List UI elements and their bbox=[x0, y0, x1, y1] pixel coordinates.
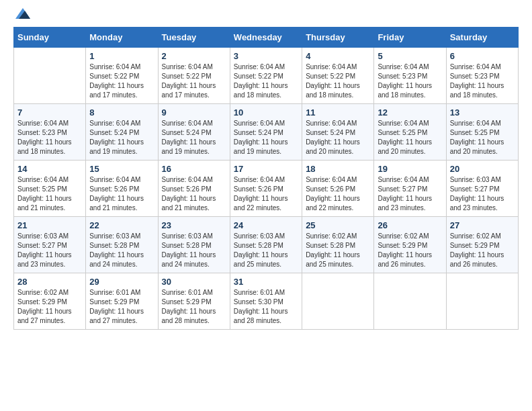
day-cell: 12Sunrise: 6:04 AM Sunset: 5:25 PM Dayli… bbox=[374, 104, 446, 161]
day-number: 26 bbox=[378, 220, 442, 230]
day-cell bbox=[446, 273, 518, 330]
day-info: Sunrise: 6:02 AM Sunset: 5:29 PM Dayligh… bbox=[450, 232, 515, 269]
day-cell: 24Sunrise: 6:03 AM Sunset: 5:28 PM Dayli… bbox=[230, 217, 302, 273]
day-cell: 31Sunrise: 6:01 AM Sunset: 5:30 PM Dayli… bbox=[230, 273, 302, 330]
day-info: Sunrise: 6:04 AM Sunset: 5:23 PM Dayligh… bbox=[450, 62, 515, 100]
day-info: Sunrise: 6:03 AM Sunset: 5:28 PM Dayligh… bbox=[89, 232, 154, 269]
day-number: 4 bbox=[306, 51, 370, 61]
day-number: 1 bbox=[89, 51, 154, 61]
day-cell: 17Sunrise: 6:04 AM Sunset: 5:26 PM Dayli… bbox=[230, 161, 302, 217]
day-cell: 19Sunrise: 6:04 AM Sunset: 5:27 PM Dayli… bbox=[374, 161, 446, 217]
day-info: Sunrise: 6:04 AM Sunset: 5:27 PM Dayligh… bbox=[378, 175, 442, 213]
week-row-1: 1Sunrise: 6:04 AM Sunset: 5:22 PM Daylig… bbox=[14, 48, 519, 104]
day-number: 29 bbox=[89, 277, 154, 287]
day-info: Sunrise: 6:04 AM Sunset: 5:24 PM Dayligh… bbox=[306, 119, 370, 156]
logo bbox=[13, 13, 30, 20]
day-cell: 4Sunrise: 6:04 AM Sunset: 5:22 PM Daylig… bbox=[302, 48, 374, 104]
day-cell: 1Sunrise: 6:04 AM Sunset: 5:22 PM Daylig… bbox=[86, 48, 158, 104]
day-number: 2 bbox=[162, 51, 226, 61]
day-cell: 22Sunrise: 6:03 AM Sunset: 5:28 PM Dayli… bbox=[86, 217, 158, 273]
day-cell: 27Sunrise: 6:02 AM Sunset: 5:29 PM Dayli… bbox=[446, 217, 518, 273]
day-number: 7 bbox=[17, 107, 82, 118]
day-number: 19 bbox=[378, 164, 442, 174]
day-info: Sunrise: 6:01 AM Sunset: 5:29 PM Dayligh… bbox=[89, 288, 154, 326]
day-info: Sunrise: 6:04 AM Sunset: 5:22 PM Dayligh… bbox=[234, 62, 298, 100]
week-row-2: 7Sunrise: 6:04 AM Sunset: 5:23 PM Daylig… bbox=[14, 104, 519, 161]
day-info: Sunrise: 6:04 AM Sunset: 5:26 PM Dayligh… bbox=[234, 175, 298, 213]
day-info: Sunrise: 6:01 AM Sunset: 5:29 PM Dayligh… bbox=[162, 288, 226, 326]
day-info: Sunrise: 6:04 AM Sunset: 5:23 PM Dayligh… bbox=[17, 119, 82, 156]
day-info: Sunrise: 6:03 AM Sunset: 5:27 PM Dayligh… bbox=[450, 175, 515, 213]
header-cell-thursday: Thursday bbox=[302, 28, 374, 48]
day-number: 30 bbox=[162, 277, 226, 287]
day-cell: 28Sunrise: 6:02 AM Sunset: 5:29 PM Dayli… bbox=[14, 273, 86, 330]
day-info: Sunrise: 6:02 AM Sunset: 5:29 PM Dayligh… bbox=[378, 232, 442, 269]
day-info: Sunrise: 6:04 AM Sunset: 5:24 PM Dayligh… bbox=[89, 119, 154, 156]
day-number: 13 bbox=[450, 107, 515, 118]
day-cell: 21Sunrise: 6:03 AM Sunset: 5:27 PM Dayli… bbox=[14, 217, 86, 273]
day-cell bbox=[302, 273, 374, 330]
day-cell: 8Sunrise: 6:04 AM Sunset: 5:24 PM Daylig… bbox=[86, 104, 158, 161]
day-info: Sunrise: 6:02 AM Sunset: 5:29 PM Dayligh… bbox=[17, 288, 82, 326]
day-info: Sunrise: 6:04 AM Sunset: 5:25 PM Dayligh… bbox=[450, 119, 515, 156]
day-number: 11 bbox=[306, 107, 370, 118]
day-info: Sunrise: 6:04 AM Sunset: 5:25 PM Dayligh… bbox=[378, 119, 442, 156]
calendar-header: SundayMondayTuesdayWednesdayThursdayFrid… bbox=[14, 28, 519, 48]
day-cell bbox=[374, 273, 446, 330]
day-number: 21 bbox=[17, 220, 82, 230]
day-info: Sunrise: 6:04 AM Sunset: 5:22 PM Dayligh… bbox=[162, 62, 226, 100]
header-cell-monday: Monday bbox=[86, 28, 158, 48]
day-cell: 16Sunrise: 6:04 AM Sunset: 5:26 PM Dayli… bbox=[158, 161, 230, 217]
day-info: Sunrise: 6:04 AM Sunset: 5:22 PM Dayligh… bbox=[306, 62, 370, 100]
header-cell-tuesday: Tuesday bbox=[158, 28, 230, 48]
day-number: 3 bbox=[234, 51, 298, 61]
day-cell bbox=[14, 48, 86, 104]
day-info: Sunrise: 6:02 AM Sunset: 5:28 PM Dayligh… bbox=[306, 232, 370, 269]
day-cell: 3Sunrise: 6:04 AM Sunset: 5:22 PM Daylig… bbox=[230, 48, 302, 104]
day-cell: 11Sunrise: 6:04 AM Sunset: 5:24 PM Dayli… bbox=[302, 104, 374, 161]
logo-icon bbox=[15, 8, 30, 19]
day-number: 28 bbox=[17, 277, 82, 287]
day-number: 10 bbox=[234, 107, 298, 118]
day-number: 20 bbox=[450, 164, 515, 174]
day-cell: 26Sunrise: 6:02 AM Sunset: 5:29 PM Dayli… bbox=[374, 217, 446, 273]
day-cell: 25Sunrise: 6:02 AM Sunset: 5:28 PM Dayli… bbox=[302, 217, 374, 273]
day-info: Sunrise: 6:01 AM Sunset: 5:30 PM Dayligh… bbox=[234, 288, 298, 326]
day-cell: 15Sunrise: 6:04 AM Sunset: 5:26 PM Dayli… bbox=[86, 161, 158, 217]
header-row: SundayMondayTuesdayWednesdayThursdayFrid… bbox=[14, 28, 519, 48]
calendar-table: SundayMondayTuesdayWednesdayThursdayFrid… bbox=[13, 27, 519, 330]
day-cell: 7Sunrise: 6:04 AM Sunset: 5:23 PM Daylig… bbox=[14, 104, 86, 161]
day-number: 24 bbox=[234, 220, 298, 230]
day-info: Sunrise: 6:03 AM Sunset: 5:27 PM Dayligh… bbox=[17, 232, 82, 269]
day-info: Sunrise: 6:04 AM Sunset: 5:25 PM Dayligh… bbox=[17, 175, 82, 213]
day-info: Sunrise: 6:03 AM Sunset: 5:28 PM Dayligh… bbox=[234, 232, 298, 269]
day-cell: 23Sunrise: 6:03 AM Sunset: 5:28 PM Dayli… bbox=[158, 217, 230, 273]
day-cell: 18Sunrise: 6:04 AM Sunset: 5:26 PM Dayli… bbox=[302, 161, 374, 217]
day-info: Sunrise: 6:04 AM Sunset: 5:23 PM Dayligh… bbox=[378, 62, 442, 100]
day-info: Sunrise: 6:04 AM Sunset: 5:26 PM Dayligh… bbox=[306, 175, 370, 213]
day-number: 22 bbox=[89, 220, 154, 230]
day-number: 18 bbox=[306, 164, 370, 174]
day-cell: 14Sunrise: 6:04 AM Sunset: 5:25 PM Dayli… bbox=[14, 161, 86, 217]
day-cell: 5Sunrise: 6:04 AM Sunset: 5:23 PM Daylig… bbox=[374, 48, 446, 104]
day-cell: 6Sunrise: 6:04 AM Sunset: 5:23 PM Daylig… bbox=[446, 48, 518, 104]
day-info: Sunrise: 6:04 AM Sunset: 5:24 PM Dayligh… bbox=[234, 119, 298, 156]
header-cell-saturday: Saturday bbox=[446, 28, 518, 48]
day-number: 25 bbox=[306, 220, 370, 230]
day-cell: 2Sunrise: 6:04 AM Sunset: 5:22 PM Daylig… bbox=[158, 48, 230, 104]
day-number: 14 bbox=[17, 164, 82, 174]
header-cell-wednesday: Wednesday bbox=[230, 28, 302, 48]
week-row-5: 28Sunrise: 6:02 AM Sunset: 5:29 PM Dayli… bbox=[14, 273, 519, 330]
day-info: Sunrise: 6:03 AM Sunset: 5:28 PM Dayligh… bbox=[162, 232, 226, 269]
day-number: 27 bbox=[450, 220, 515, 230]
day-number: 9 bbox=[162, 107, 226, 118]
day-number: 6 bbox=[450, 51, 515, 61]
calendar-body: 1Sunrise: 6:04 AM Sunset: 5:22 PM Daylig… bbox=[14, 48, 519, 330]
day-cell: 13Sunrise: 6:04 AM Sunset: 5:25 PM Dayli… bbox=[446, 104, 518, 161]
day-number: 15 bbox=[89, 164, 154, 174]
header-cell-friday: Friday bbox=[374, 28, 446, 48]
day-number: 8 bbox=[89, 107, 154, 118]
day-cell: 10Sunrise: 6:04 AM Sunset: 5:24 PM Dayli… bbox=[230, 104, 302, 161]
day-cell: 9Sunrise: 6:04 AM Sunset: 5:24 PM Daylig… bbox=[158, 104, 230, 161]
header-cell-sunday: Sunday bbox=[14, 28, 86, 48]
